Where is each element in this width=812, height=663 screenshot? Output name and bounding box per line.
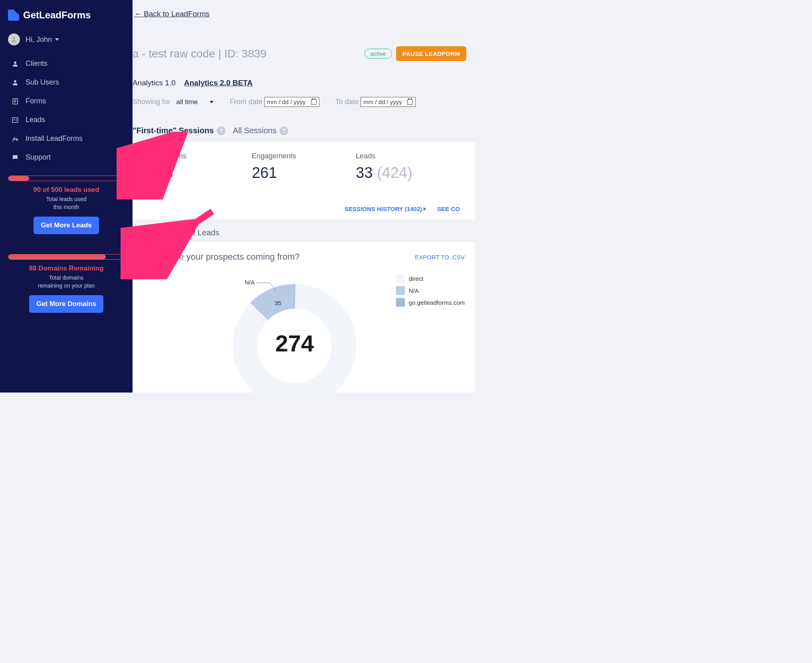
svg-rect-7 [12,118,18,122]
metric-leads: Leads 33 (424) [356,152,460,182]
tab-analytics-2-beta[interactable]: Analytics 2.0 BETA [184,79,253,87]
leads-usage-title: 90 of 500 leads used [8,186,125,194]
user-menu[interactable]: Hi, John [0,28,133,51]
svg-point-8 [14,119,15,120]
sidebar-item-clients[interactable]: Clients [0,54,133,73]
sidebar: GetLeadForms Hi, John Clients Sub Users [0,0,133,393]
domains-usage-block: 88 Domains Remaining Total domainsremain… [0,249,133,313]
contacts-icon [11,116,19,124]
sidebar-item-support[interactable]: Support [0,148,133,167]
brand-logo[interactable]: GetLeadForms [0,10,133,28]
filters-row: Showing for all time From date mm / dd /… [133,97,475,107]
status-badge: active [364,49,392,59]
nav-label: Forms [26,97,46,105]
donut-center-value: 274 [275,330,314,356]
from-date-label: From date [230,98,262,106]
nav-label: Clients [26,59,48,68]
tab-first-time-sessions[interactable]: "First-time" Sessions ? [133,126,226,135]
user-icon [11,79,19,87]
back-link[interactable]: ← Back to LeadForms [134,10,210,18]
slice-label-na: N/A [245,279,255,286]
user-greeting: Hi, John [26,36,52,44]
export-csv-link[interactable]: EXPORT TO .CSV [415,254,465,260]
brand-name: GetLeadForms [23,10,91,21]
showing-value: all time [176,98,198,106]
to-date-label: To date [335,98,359,106]
user-icon [11,60,19,68]
tab-all-sessions[interactable]: All Sessions ? [233,126,288,135]
pause-leadform-button[interactable]: PAUSE LEADFORM [396,46,466,61]
metrics-card: Impressions 268 Engagements 261 Leads 33… [133,142,475,219]
sidebar-item-forms[interactable]: Forms [0,92,133,110]
sidebar-item-leads[interactable]: Leads [0,110,133,129]
main-content: ← Back to LeadForms a - test raw code | … [133,0,475,393]
domains-usage-title: 88 Domains Remaining [8,264,125,272]
showing-label: Showing for [133,98,170,106]
chevron-down-icon [55,38,59,41]
legend-item: N/A [396,286,465,295]
document-icon [11,97,19,105]
analytics-tabs: Analytics 1.0 Analytics 2.0 BETA [133,79,475,87]
get-more-domains-button[interactable]: Get More Domains [29,295,103,313]
chevron-right-icon [424,207,426,211]
calendar-icon [311,99,317,105]
from-date-input[interactable]: mm / dd / yyyy [264,97,319,107]
leads-usage-sub: Total leads usedthis month [8,195,125,211]
page-title: a - test raw code | ID: 3839 [133,47,267,60]
domains-usage-sub: Total domainsremaining on your plan [8,274,125,290]
sessions-history-link[interactable]: SESSIONS HISTORY (1402) [345,205,426,212]
metric-impressions: Impressions 268 [148,152,252,182]
see-more-link[interactable]: SEE CO [437,205,460,212]
prospects-chart-card: Where are your prospects coming from? EX… [133,242,475,393]
help-icon[interactable]: ? [279,126,288,135]
metric-engagements: Engagements 261 [252,152,356,182]
sidebar-item-install[interactable]: Install LeadForms [0,129,133,148]
calendar-icon [407,99,413,105]
tools-icon [11,135,19,143]
chart-title: Where are your prospects coming from? [143,252,300,262]
avatar-icon [8,34,20,45]
help-icon[interactable]: ? [217,126,226,135]
nav-label: Leads [26,116,45,124]
svg-point-2 [14,80,16,83]
chart-legend: direct N/A go.getleadforms.com [396,274,465,307]
show-tabs: Show All Show Leads [133,228,475,237]
showing-select[interactable]: all time [176,98,214,106]
chat-icon [11,154,19,162]
chevron-down-icon [210,101,214,103]
legend-item: go.getleadforms.com [396,298,465,307]
tab-show-leads[interactable]: Show Leads [175,228,219,237]
svg-point-1 [14,61,16,64]
tab-analytics-1[interactable]: Analytics 1.0 [133,79,176,87]
svg-point-0 [13,37,15,39]
legend-item: direct [396,274,465,283]
leads-usage-block: 90 of 500 leads used Total leads usedthi… [0,170,133,234]
donut-chart: 274 N/A 35 238 [219,274,370,393]
svg-line-12 [269,283,277,292]
sidebar-item-sub-users[interactable]: Sub Users [0,73,133,92]
tab-show-all[interactable]: Show All [133,228,166,237]
nav-label: Install LeadForms [26,134,83,143]
slice-value-35: 35 [275,300,281,306]
nav-label: Support [26,153,51,162]
nav-label: Sub Users [26,78,59,87]
logo-icon [8,10,19,21]
session-tabs: "First-time" Sessions ? All Sessions ? [133,126,475,135]
get-more-leads-button[interactable]: Get More Leads [34,217,99,234]
leads-progress [8,176,125,181]
domains-progress [8,254,125,260]
to-date-input[interactable]: mm / dd / yyyy [360,97,416,107]
main-nav: Clients Sub Users Forms Leads Install Le… [0,51,133,170]
